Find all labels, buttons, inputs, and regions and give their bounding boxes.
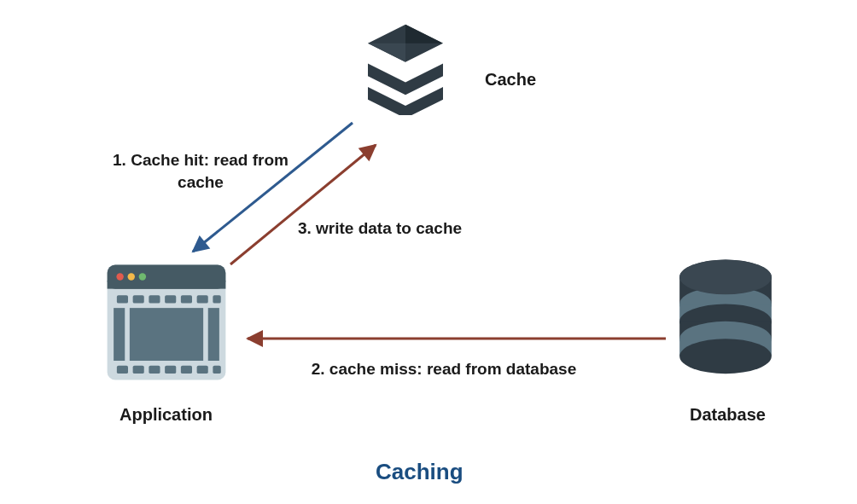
- edge-label-cache-miss: 2. cache miss: read from database: [282, 358, 606, 380]
- svg-rect-20: [165, 366, 176, 374]
- cache-icon: [350, 21, 461, 115]
- svg-rect-21: [181, 366, 192, 374]
- svg-rect-16: [213, 295, 220, 303]
- svg-rect-19: [149, 366, 160, 374]
- edge-label-cache-hit: 1. Cache hit: read from cache: [90, 149, 312, 193]
- svg-rect-24: [114, 308, 125, 361]
- svg-point-8: [139, 273, 146, 280]
- edge-label-write-cache: 3. write data to cache: [269, 217, 491, 240]
- svg-marker-1: [405, 25, 443, 43]
- application-label: Application: [120, 405, 213, 425]
- svg-rect-11: [133, 295, 144, 303]
- svg-rect-14: [181, 295, 192, 303]
- svg-marker-2: [368, 43, 405, 62]
- svg-rect-15: [197, 295, 208, 303]
- svg-rect-13: [165, 295, 176, 303]
- svg-rect-12: [149, 295, 160, 303]
- cache-label: Cache: [485, 70, 536, 90]
- svg-point-7: [128, 273, 135, 280]
- svg-rect-23: [213, 366, 220, 374]
- svg-rect-10: [117, 295, 128, 303]
- svg-rect-25: [208, 308, 219, 361]
- database-icon: [670, 256, 781, 384]
- diagram-title: Caching: [376, 459, 463, 485]
- svg-rect-5: [108, 281, 226, 288]
- svg-point-6: [116, 273, 123, 280]
- application-icon: [102, 258, 230, 386]
- database-label: Database: [690, 405, 766, 425]
- svg-rect-17: [117, 366, 128, 374]
- svg-rect-18: [133, 366, 144, 374]
- svg-rect-22: [197, 366, 208, 374]
- svg-point-34: [679, 339, 772, 374]
- svg-rect-9: [130, 308, 203, 361]
- svg-point-35: [679, 259, 772, 294]
